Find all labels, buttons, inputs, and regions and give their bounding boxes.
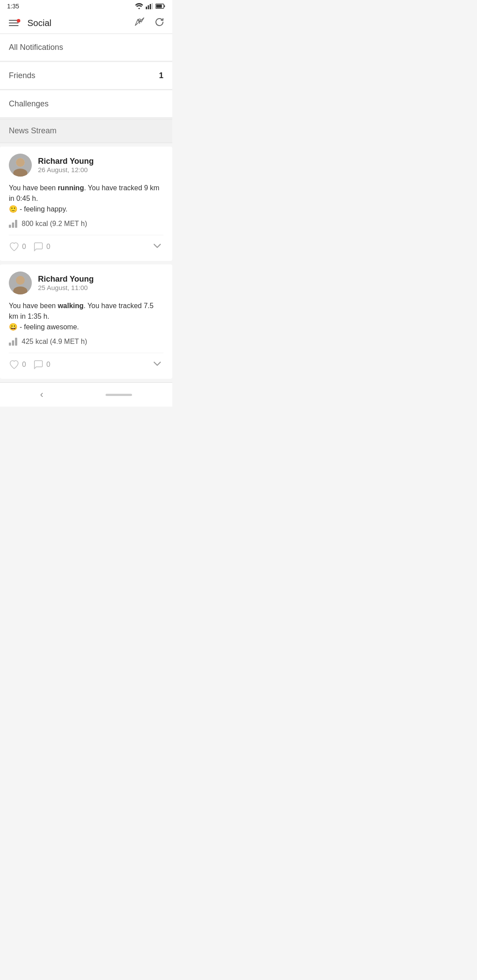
refresh-button[interactable] (154, 16, 165, 30)
challenges-label: Challenges (9, 99, 49, 109)
post-card-2: Richard Young 25 August, 11:00 You have … (0, 264, 172, 379)
bottom-nav: ‹ (0, 382, 172, 407)
menu-button[interactable] (7, 18, 20, 28)
post-activity: running (58, 184, 84, 192)
svg-rect-3 (152, 3, 153, 9)
post-card: Richard Young 26 August, 12:00 You have … (0, 147, 172, 261)
friends-item[interactable]: Friends 1 (0, 62, 172, 90)
bar-chart-icon-2 (9, 338, 17, 346)
friends-section: Friends 1 (0, 62, 172, 90)
heart-icon-2 (9, 359, 19, 370)
post-stats-2: 425 kcal (4.9 MET h) (9, 338, 163, 346)
post-feeling-2: 😀 - feeling awesome. (9, 323, 79, 331)
back-button[interactable]: ‹ (40, 389, 43, 400)
avatar-2 (9, 271, 32, 294)
nav-section: All Notifications (0, 34, 172, 61)
post-actions-2: 0 0 (9, 353, 163, 372)
svg-rect-0 (146, 7, 147, 9)
comment-button[interactable]: 0 (33, 240, 54, 254)
post-activity-2: walking (58, 302, 84, 309)
post-author: Richard Young (38, 157, 94, 166)
post-body: You have been running. You have tracked … (9, 183, 163, 215)
post-stats: 800 kcal (9.2 MET h) (9, 220, 163, 228)
post-header: Richard Young 26 August, 12:00 (9, 154, 163, 177)
friends-label: Friends (9, 71, 35, 80)
time: 1:35 (7, 3, 19, 10)
post-actions: 0 0 (9, 235, 163, 254)
chevron-down-icon (151, 240, 163, 252)
challenges-item[interactable]: Challenges (0, 90, 172, 118)
like-button-2[interactable]: 0 (9, 358, 30, 372)
home-indicator[interactable] (106, 394, 132, 396)
challenges-section: Challenges (0, 90, 172, 118)
like-count: 0 (22, 243, 26, 251)
status-icons (135, 3, 165, 9)
all-notifications-label: All Notifications (9, 43, 63, 52)
post-date-2: 25 August, 11:00 (38, 284, 94, 291)
stats-value: 800 kcal (9.2 MET h) (22, 220, 87, 228)
news-stream-label: News Stream (9, 126, 57, 135)
post-meta: Richard Young 26 August, 12:00 (38, 157, 94, 173)
comment-icon-2 (33, 359, 44, 370)
post-body-pre: You have been (9, 184, 58, 192)
signal-icon (146, 3, 153, 9)
wifi-icon (135, 3, 143, 9)
avatar (9, 154, 32, 177)
notification-dot (17, 19, 20, 23)
battery-icon (155, 4, 165, 9)
chevron-down-icon-2 (151, 358, 163, 370)
post-header-2: Richard Young 25 August, 11:00 (9, 271, 163, 294)
post-meta-2: Richard Young 25 August, 11:00 (38, 275, 94, 291)
svg-point-15 (16, 276, 25, 285)
heart-icon (9, 241, 19, 252)
app-bar: Social (0, 12, 172, 34)
header-icons (133, 16, 165, 30)
friends-badge: 1 (159, 71, 163, 80)
comment-count: 0 (46, 243, 50, 251)
all-notifications-item[interactable]: All Notifications (0, 34, 172, 61)
stats-value-2: 425 kcal (4.9 MET h) (22, 338, 87, 346)
like-button[interactable]: 0 (9, 240, 30, 254)
svg-rect-2 (150, 4, 151, 9)
expand-button-2[interactable] (151, 358, 163, 372)
svg-rect-5 (164, 5, 165, 7)
post-feeling: 🙂 - feeling happy. (9, 205, 68, 213)
like-count-2: 0 (22, 361, 26, 369)
post-author-2: Richard Young (38, 275, 94, 284)
svg-rect-1 (148, 5, 149, 9)
expand-button[interactable] (151, 240, 163, 254)
page-title: Social (27, 18, 126, 28)
map-icon-button[interactable] (133, 16, 146, 30)
bar-chart-icon (9, 220, 17, 228)
post-body-pre-2: You have been (9, 302, 58, 309)
status-bar: 1:35 (0, 0, 172, 12)
svg-rect-6 (156, 5, 162, 8)
map-icon (133, 16, 146, 28)
post-date: 26 August, 12:00 (38, 166, 94, 173)
svg-point-12 (16, 158, 25, 167)
comment-count-2: 0 (46, 361, 50, 369)
post-body-2: You have been walking. You have tracked … (9, 301, 163, 332)
news-stream-header: News Stream (0, 119, 172, 143)
refresh-icon (154, 16, 165, 28)
comment-icon (33, 241, 44, 252)
comment-button-2[interactable]: 0 (33, 358, 54, 372)
